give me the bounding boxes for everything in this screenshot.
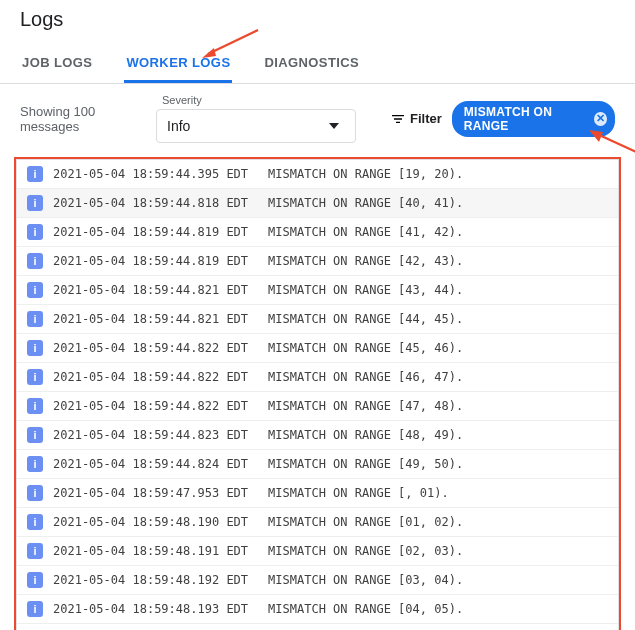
log-row[interactable]: i2021-05-04 18:59:44.819 EDT MISMATCH ON… [17, 247, 618, 276]
log-message: MISMATCH ON RANGE [01, 02). [268, 515, 463, 529]
log-message: MISMATCH ON RANGE [47, 48). [268, 399, 463, 413]
log-timestamp: 2021-05-04 18:59:44.819 EDT [53, 225, 248, 239]
log-timestamp: 2021-05-04 18:59:44.395 EDT [53, 167, 248, 181]
log-message: MISMATCH ON RANGE [41, 42). [268, 225, 463, 239]
filter-label: Filter [410, 111, 442, 126]
info-icon: i [27, 456, 43, 472]
chip-label: MISMATCH ON RANGE [464, 105, 588, 133]
severity-select[interactable]: Info [156, 109, 356, 143]
info-icon: i [27, 572, 43, 588]
info-icon: i [27, 253, 43, 269]
log-message: MISMATCH ON RANGE [40, 41). [268, 196, 463, 210]
log-row[interactable]: i2021-05-04 18:59:47.953 EDT MISMATCH ON… [17, 479, 618, 508]
log-row[interactable]: i2021-05-04 18:59:44.822 EDT MISMATCH ON… [17, 363, 618, 392]
log-timestamp: 2021-05-04 18:59:44.822 EDT [53, 370, 248, 384]
controls-bar: Showing 100 messages Severity Info Filte… [0, 84, 635, 157]
log-timestamp: 2021-05-04 18:59:47.953 EDT [53, 486, 248, 500]
filter-chip-mismatch[interactable]: MISMATCH ON RANGE ✕ [452, 101, 615, 137]
info-icon: i [27, 340, 43, 356]
log-row[interactable]: i2021-05-04 18:59:48.193 EDT MISMATCH ON… [17, 595, 618, 624]
severity-value: Info [167, 118, 190, 134]
info-icon: i [27, 195, 43, 211]
tabs: JOB LOGS WORKER LOGS DIAGNOSTICS [0, 43, 635, 84]
log-timestamp: 2021-05-04 18:59:44.824 EDT [53, 457, 248, 471]
log-timestamp: 2021-05-04 18:59:44.821 EDT [53, 283, 248, 297]
log-timestamp: 2021-05-04 18:59:44.822 EDT [53, 399, 248, 413]
log-message: MISMATCH ON RANGE [03, 04). [268, 573, 463, 587]
info-icon: i [27, 224, 43, 240]
log-timestamp: 2021-05-04 18:59:44.819 EDT [53, 254, 248, 268]
log-list[interactable]: i2021-05-04 18:59:44.395 EDT MISMATCH ON… [16, 159, 619, 630]
info-icon: i [27, 166, 43, 182]
dropdown-icon [329, 123, 339, 129]
log-row[interactable]: i2021-05-04 18:59:44.823 EDT MISMATCH ON… [17, 421, 618, 450]
log-timestamp: 2021-05-04 18:59:44.821 EDT [53, 312, 248, 326]
filter-icon [390, 111, 406, 127]
log-row[interactable]: i2021-05-04 18:59:44.824 EDT MISMATCH ON… [17, 450, 618, 479]
info-icon: i [27, 369, 43, 385]
log-row[interactable]: i2021-05-04 18:59:44.395 EDT MISMATCH ON… [17, 160, 618, 189]
log-message: MISMATCH ON RANGE [44, 45). [268, 312, 463, 326]
log-row[interactable]: i2021-05-04 18:59:44.821 EDT MISMATCH ON… [17, 276, 618, 305]
log-row[interactable]: i2021-05-04 18:59:44.822 EDT MISMATCH ON… [17, 334, 618, 363]
log-message: MISMATCH ON RANGE [04, 05). [268, 602, 463, 616]
info-icon: i [27, 398, 43, 414]
log-row[interactable]: i2021-05-04 18:59:48.190 EDT MISMATCH ON… [17, 508, 618, 537]
log-row[interactable]: i2021-05-04 18:59:44.818 EDT MISMATCH ON… [17, 189, 618, 218]
log-timestamp: 2021-05-04 18:59:44.818 EDT [53, 196, 248, 210]
log-timestamp: 2021-05-04 18:59:44.823 EDT [53, 428, 248, 442]
info-icon: i [27, 282, 43, 298]
log-message: MISMATCH ON RANGE [45, 46). [268, 341, 463, 355]
log-row[interactable]: i2021-05-04 18:59:48.191 EDT MISMATCH ON… [17, 537, 618, 566]
log-message: MISMATCH ON RANGE [49, 50). [268, 457, 463, 471]
tab-job-logs[interactable]: JOB LOGS [20, 43, 94, 83]
log-message: MISMATCH ON RANGE [48, 49). [268, 428, 463, 442]
tab-worker-logs[interactable]: WORKER LOGS [124, 43, 232, 83]
log-message: MISMATCH ON RANGE [19, 20). [268, 167, 463, 181]
filter-button[interactable]: Filter [390, 111, 442, 127]
log-timestamp: 2021-05-04 18:59:48.191 EDT [53, 544, 248, 558]
log-timestamp: 2021-05-04 18:59:48.192 EDT [53, 573, 248, 587]
info-icon: i [27, 427, 43, 443]
chip-remove-icon[interactable]: ✕ [594, 112, 607, 126]
severity-control: Severity Info [156, 94, 356, 143]
log-message: MISMATCH ON RANGE [, 01). [268, 486, 449, 500]
info-icon: i [27, 601, 43, 617]
log-row[interactable]: i2021-05-04 18:59:44.819 EDT MISMATCH ON… [17, 218, 618, 247]
log-area: i2021-05-04 18:59:44.395 EDT MISMATCH ON… [14, 157, 621, 630]
log-message: MISMATCH ON RANGE [42, 43). [268, 254, 463, 268]
log-message: MISMATCH ON RANGE [43, 44). [268, 283, 463, 297]
page-title: Logs [0, 0, 635, 37]
log-row[interactable]: i2021-05-04 18:59:48.192 EDT MISMATCH ON… [17, 566, 618, 595]
log-row[interactable]: i2021-05-04 18:59:44.821 EDT MISMATCH ON… [17, 305, 618, 334]
log-timestamp: 2021-05-04 18:59:48.190 EDT [53, 515, 248, 529]
log-row[interactable]: i2021-05-04 18:59:44.822 EDT MISMATCH ON… [17, 392, 618, 421]
info-icon: i [27, 514, 43, 530]
info-icon: i [27, 485, 43, 501]
tab-diagnostics[interactable]: DIAGNOSTICS [262, 43, 361, 83]
message-count: Showing 100 messages [20, 104, 146, 134]
log-message: MISMATCH ON RANGE [46, 47). [268, 370, 463, 384]
log-timestamp: 2021-05-04 18:59:48.193 EDT [53, 602, 248, 616]
info-icon: i [27, 543, 43, 559]
log-timestamp: 2021-05-04 18:59:44.822 EDT [53, 341, 248, 355]
log-message: MISMATCH ON RANGE [02, 03). [268, 544, 463, 558]
severity-label: Severity [162, 94, 356, 106]
info-icon: i [27, 311, 43, 327]
